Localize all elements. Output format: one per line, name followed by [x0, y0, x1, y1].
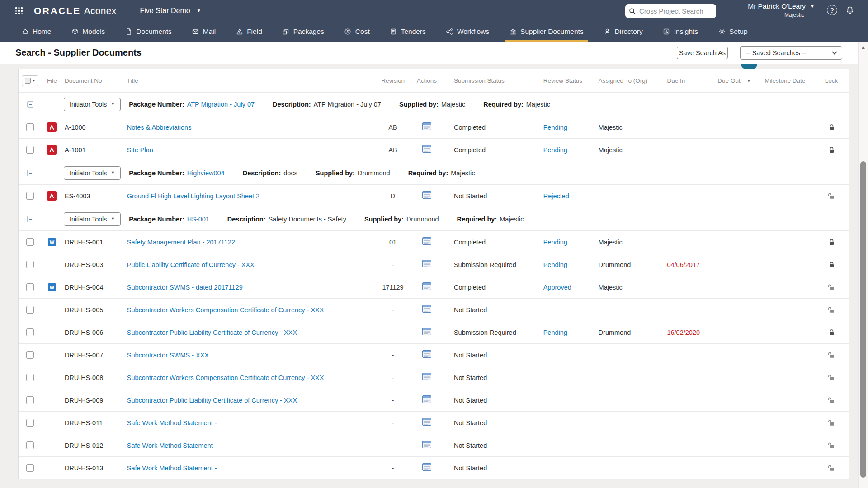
document-title-link[interactable]: Safe Work Method Statement - [127, 419, 217, 427]
word-file-icon[interactable]: W [48, 283, 56, 291]
document-title-link[interactable]: Notes & Abbreviations [127, 124, 192, 131]
row-checkbox[interactable] [26, 192, 34, 200]
actions-icon[interactable] [422, 237, 431, 247]
actions-icon[interactable] [422, 418, 431, 427]
row-checkbox[interactable] [26, 261, 34, 268]
save-search-as-button[interactable]: Save Search As [677, 47, 728, 59]
row-checkbox[interactable] [26, 283, 34, 291]
select-all-control[interactable]: ▼ [22, 75, 38, 86]
initiator-tools-button[interactable]: Initiator Tools ▼ [64, 98, 121, 111]
review-status-link[interactable]: Pending [543, 124, 567, 131]
column-header-assigned-to-org-[interactable]: Assigned To (Org) [588, 69, 655, 92]
document-title-link[interactable]: Safe Work Method Statement - [127, 442, 217, 449]
nav-item-workflows[interactable]: Workflows [442, 22, 493, 42]
document-title-link[interactable]: Ground Fl High Level Lighting Layout She… [127, 192, 259, 200]
row-checkbox[interactable] [26, 419, 34, 427]
nav-item-directory[interactable]: Directory [599, 22, 647, 42]
nav-item-setup[interactable]: Setup [714, 22, 752, 42]
user-menu[interactable]: Mr Patrick O'Leary ▼ Majestic [742, 2, 815, 18]
actions-icon[interactable] [422, 373, 431, 382]
row-checkbox[interactable] [26, 328, 34, 336]
review-status-link[interactable]: Pending [543, 239, 567, 246]
actions-icon[interactable] [422, 328, 431, 337]
app-grid-icon[interactable] [15, 7, 23, 15]
row-checkbox[interactable] [26, 146, 34, 154]
review-status-link[interactable]: Rejected [543, 192, 569, 200]
column-header-document-no[interactable]: Document No [62, 69, 124, 92]
collapse-group-icon[interactable] [27, 170, 33, 176]
notifications-bell-icon[interactable] [844, 5, 855, 16]
document-title-link[interactable]: Subcontractor Public Liability Certifica… [127, 397, 297, 404]
nav-item-documents[interactable]: Documents [121, 22, 175, 42]
pdf-file-icon[interactable] [47, 145, 57, 155]
actions-icon[interactable] [422, 395, 431, 405]
package-number-link[interactable]: HS-001 [187, 216, 209, 223]
actions-icon[interactable] [422, 145, 431, 155]
scroll-up-arrow[interactable]: ▲ [859, 44, 868, 50]
row-checkbox[interactable] [26, 396, 34, 404]
actions-icon[interactable] [422, 350, 431, 360]
column-header-review-status[interactable]: Review Status [533, 69, 588, 92]
review-status-link[interactable]: Pending [543, 329, 567, 336]
collapse-group-icon[interactable] [27, 216, 33, 222]
actions-icon[interactable] [422, 191, 431, 201]
row-checkbox[interactable] [26, 306, 34, 314]
column-header-title[interactable]: Title [124, 69, 375, 92]
nav-item-supplier-documents[interactable]: Supplier Documents [505, 22, 588, 42]
document-title-link[interactable]: Subcontractor Workers Compensation Certi… [127, 374, 324, 381]
search-panel-collapse-handle[interactable] [741, 64, 757, 69]
row-checkbox[interactable] [26, 123, 34, 131]
row-checkbox[interactable] [26, 238, 34, 246]
column-header-due-in[interactable]: Due In [654, 69, 705, 92]
nav-item-home[interactable]: Home [17, 22, 55, 42]
pdf-file-icon[interactable] [47, 122, 57, 132]
column-header-revision[interactable]: Revision [375, 69, 410, 92]
document-title-link[interactable]: Subcontractor SWMS - XXX [127, 352, 209, 359]
actions-icon[interactable] [422, 260, 431, 269]
column-header-submission-status[interactable]: Submission Status [443, 69, 533, 92]
document-title-link[interactable]: Public Liability Certificate of Currency… [127, 261, 255, 268]
document-title-link[interactable]: Site Plan [127, 146, 153, 154]
row-checkbox[interactable] [26, 374, 34, 381]
column-header-milestone-date[interactable]: Milestone Date [755, 69, 814, 92]
pdf-file-icon[interactable] [47, 191, 57, 201]
actions-icon[interactable] [422, 305, 431, 314]
help-icon[interactable]: ? [827, 5, 837, 15]
initiator-tools-button[interactable]: Initiator Tools ▼ [64, 212, 121, 226]
package-number-link[interactable]: ATP Migration - July 07 [187, 101, 255, 108]
document-title-link[interactable]: Subcontractor Workers Compensation Certi… [127, 306, 324, 314]
column-header-lock[interactable]: Lock [814, 69, 849, 92]
column-header-due-out[interactable]: Due Out▼ [705, 69, 755, 92]
collapse-group-icon[interactable] [27, 101, 33, 108]
nav-item-insights[interactable]: Insights [659, 22, 702, 42]
nav-item-models[interactable]: Models [67, 22, 109, 42]
actions-icon[interactable] [422, 282, 431, 292]
row-checkbox[interactable] [26, 464, 34, 472]
actions-icon[interactable] [422, 441, 431, 450]
column-header-file[interactable]: File [42, 69, 62, 92]
nav-item-field[interactable]: Field [231, 22, 266, 42]
nav-item-mail[interactable]: Mail [188, 22, 220, 42]
scrollbar-thumb[interactable] [860, 161, 866, 478]
actions-icon[interactable] [422, 122, 431, 132]
saved-searches-select[interactable]: -- Saved Searches -- [740, 46, 842, 60]
nav-item-cost[interactable]: $ Cost [340, 22, 374, 42]
word-file-icon[interactable]: W [48, 238, 56, 246]
review-status-link[interactable]: Pending [543, 146, 567, 154]
document-title-link[interactable]: Safe Work Method Statement - [127, 465, 217, 472]
column-header-actions[interactable]: Actions [410, 69, 443, 92]
row-checkbox[interactable] [26, 441, 34, 449]
document-title-link[interactable]: Subcontractor SWMS - dated 20171129 [127, 284, 243, 291]
initiator-tools-button[interactable]: Initiator Tools ▼ [64, 166, 121, 180]
nav-item-tenders[interactable]: Tenders [386, 22, 430, 42]
project-selector[interactable]: Five Star Demo ▼ [140, 7, 201, 15]
document-title-link[interactable]: Subcontractor Public Liability Certifica… [127, 329, 297, 336]
review-status-link[interactable]: Pending [543, 261, 567, 268]
review-status-link[interactable]: Approved [543, 284, 571, 291]
search-input[interactable] [639, 7, 712, 15]
document-title-link[interactable]: Safety Management Plan - 20171122 [127, 239, 235, 246]
nav-item-packages[interactable]: Packages [278, 22, 328, 42]
actions-icon[interactable] [422, 463, 431, 473]
row-checkbox[interactable] [26, 351, 34, 359]
package-number-link[interactable]: Highview004 [187, 169, 225, 177]
